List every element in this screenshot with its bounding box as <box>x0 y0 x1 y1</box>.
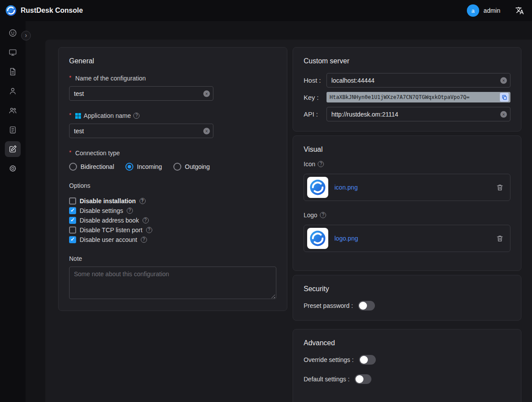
app-name-input-wrap: × <box>69 124 213 138</box>
general-card: General Name of the configuration × Appl… <box>58 47 287 311</box>
disable-tcp-listen-port-help-icon[interactable] <box>146 227 152 233</box>
api-label: API : <box>304 110 327 118</box>
key-label: Key : <box>304 94 327 101</box>
translate-icon[interactable] <box>515 6 524 15</box>
checkbox-label: Disable installation <box>80 197 136 205</box>
radio-outgoing[interactable]: Outgoing <box>173 163 210 171</box>
delete-logo-trash-icon[interactable] <box>496 234 504 242</box>
icon-file-link[interactable]: icon.png <box>334 184 490 191</box>
sidebar-item-status[interactable] <box>5 25 21 41</box>
checkbox-box <box>69 227 76 234</box>
checkbox-label: Disable address book <box>80 217 139 224</box>
preset-password-row: Preset password : <box>304 301 510 311</box>
brand: RustDesk Console <box>5 5 83 16</box>
sidebar <box>0 21 26 402</box>
security-title: Security <box>304 285 510 293</box>
documents-icon <box>8 67 17 76</box>
disable-installation-help-icon[interactable] <box>139 198 146 204</box>
users-icon <box>8 106 17 115</box>
sidebar-item-logs[interactable] <box>5 122 21 138</box>
icon-preview-box: icon.png <box>304 174 510 201</box>
icon-help-icon[interactable] <box>318 161 324 167</box>
options-label: Options <box>69 182 276 189</box>
note-textarea[interactable] <box>69 267 276 299</box>
copy-key-icon[interactable] <box>500 93 509 102</box>
connection-type-group: Bidirectional Incoming Outgoing <box>69 163 276 171</box>
override-settings-row: Override settings : <box>304 355 510 365</box>
custom-clients-icon <box>8 145 17 153</box>
logo-preview-box: logo.png <box>304 225 510 252</box>
preset-password-toggle[interactable] <box>358 301 375 311</box>
default-settings-toggle[interactable] <box>355 374 371 384</box>
advanced-card: Advanced Override settings : Default set… <box>293 329 521 402</box>
general-title: General <box>69 57 276 65</box>
name-input[interactable] <box>69 86 213 101</box>
api-row: API : × <box>304 107 510 121</box>
clear-name-icon[interactable]: × <box>203 90 210 97</box>
api-input[interactable] <box>327 107 510 121</box>
sidebar-item-devices[interactable] <box>5 44 21 60</box>
icon-preview-image <box>307 177 328 198</box>
name-label: Name of the configuration <box>69 75 276 82</box>
sidebar-item-settings[interactable] <box>5 161 21 176</box>
logo-help-icon[interactable] <box>320 212 326 218</box>
app-name-help-icon[interactable] <box>133 113 139 119</box>
radio-bidirectional-circle <box>69 163 77 171</box>
checkbox-label: Disable TCP listen port <box>80 227 143 234</box>
disable-settings-help-icon[interactable] <box>127 208 133 214</box>
content-surface: General Name of the configuration × Appl… <box>45 40 532 402</box>
logo-label: Logo <box>304 212 317 219</box>
visual-title: Visual <box>304 146 510 153</box>
key-value: HtaXBkJNHyn0e1U1jWXze7A7CN7QTGWqxkOtpaVp… <box>330 94 500 100</box>
radio-bidirectional[interactable]: Bidirectional <box>69 163 114 171</box>
sidebar-item-groups[interactable] <box>5 102 21 118</box>
host-row: Host : × <box>304 73 510 88</box>
override-settings-label: Override settings : <box>304 356 354 363</box>
note-wrap <box>69 267 276 301</box>
checkbox-label: Disable settings <box>80 207 123 214</box>
override-settings-toggle[interactable] <box>359 355 376 365</box>
top-bar: RustDesk Console a admin <box>0 0 532 21</box>
clear-host-icon[interactable]: × <box>500 77 507 84</box>
checkbox-label: Disable user account <box>80 236 137 243</box>
checkbox-disable-tcp-listen-port[interactable]: Disable TCP listen port <box>69 225 276 235</box>
checkbox-box <box>69 217 76 224</box>
custom-server-title: Custom server <box>304 57 510 65</box>
clear-api-icon[interactable]: × <box>500 111 507 117</box>
advanced-title: Advanced <box>304 339 510 347</box>
app-name-input[interactable] <box>69 124 213 138</box>
name-input-wrap: × <box>69 86 213 101</box>
radio-incoming-circle <box>125 163 133 171</box>
sidebar-item-documents[interactable] <box>5 64 21 80</box>
radio-incoming[interactable]: Incoming <box>125 163 162 171</box>
avatar[interactable]: a <box>467 4 479 17</box>
radio-incoming-label: Incoming <box>137 163 162 170</box>
checkbox-disable-settings[interactable]: Disable settings <box>69 206 276 216</box>
key-row: Key : HtaXBkJNHyn0e1U1jWXze7A7CN7QTGWqxk… <box>304 92 510 102</box>
devices-icon <box>8 48 17 57</box>
checkbox-box <box>69 197 76 205</box>
logs-icon <box>8 125 17 134</box>
disable-user-account-help-icon[interactable] <box>141 237 147 243</box>
key-chip: HtaXBkJNHyn0e1U1jWXze7A7CN7QTGWqxkOtpaVp… <box>327 92 510 102</box>
radio-outgoing-label: Outgoing <box>185 163 210 170</box>
clear-app-name-icon[interactable]: × <box>203 128 210 134</box>
sidebar-item-custom-clients[interactable] <box>5 141 21 157</box>
checkbox-disable-installation[interactable]: Disable installation <box>69 196 276 206</box>
delete-icon-trash-icon[interactable] <box>496 183 504 191</box>
status-icon <box>8 29 17 37</box>
app-name-label: Application name <box>69 112 276 119</box>
sidebar-item-user[interactable] <box>5 83 21 99</box>
preset-password-label: Preset password : <box>304 302 353 309</box>
radio-outgoing-circle <box>173 163 181 171</box>
sidebar-expand-button[interactable]: › <box>21 31 31 40</box>
disable-address-book-help-icon[interactable] <box>143 217 149 223</box>
custom-server-card: Custom server Host : × Key : HtaXBkJNHyn… <box>293 47 521 132</box>
logo-file-link[interactable]: logo.png <box>334 235 490 242</box>
checkbox-disable-user-account[interactable]: Disable user account <box>69 235 276 245</box>
checkbox-disable-address-book[interactable]: Disable address book <box>69 216 276 225</box>
default-settings-row: Default settings : <box>304 374 510 384</box>
host-input[interactable] <box>327 73 510 88</box>
user-name[interactable]: admin <box>484 7 500 14</box>
host-label: Host : <box>304 77 327 84</box>
